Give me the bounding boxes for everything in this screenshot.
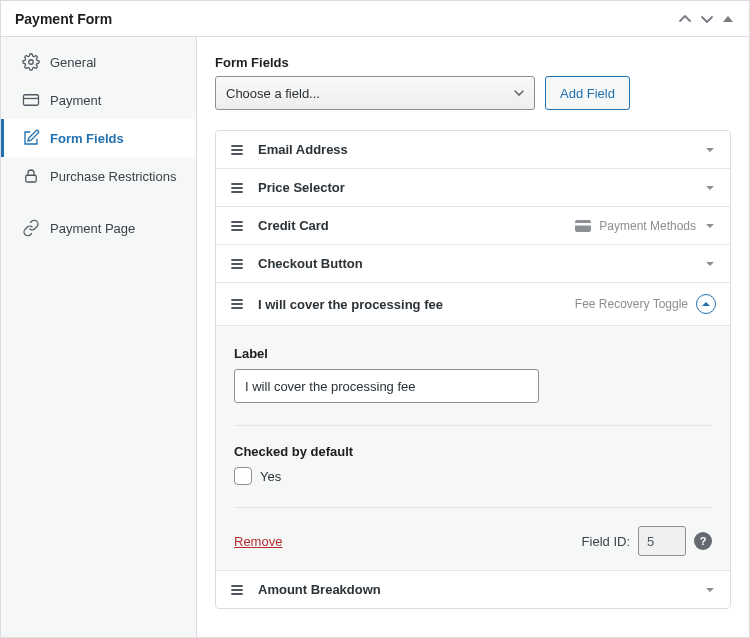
panel-body: General Payment Form Fields Purchase Res… <box>1 37 749 637</box>
field-settings: Label Checked by default Yes Remove Fiel… <box>216 325 730 570</box>
field-title: Credit Card <box>258 218 575 233</box>
checked-by-default-option[interactable]: Yes <box>234 467 712 485</box>
field-id-group: Field ID: ? <box>582 526 712 556</box>
panel-header: Payment Form <box>1 1 749 37</box>
field-row-credit-card[interactable]: Credit Card Payment Methods <box>216 206 730 244</box>
field-row-fee-recovery[interactable]: I will cover the processing fee Fee Reco… <box>216 282 730 325</box>
settings-footer: Remove Field ID: ? <box>234 526 712 556</box>
collapse-icon[interactable] <box>721 12 735 26</box>
field-select-wrap: Choose a field... <box>215 76 535 110</box>
sidebar-item-general[interactable]: General <box>1 43 196 81</box>
sidebar-item-label: Payment Page <box>50 221 135 236</box>
field-row-price-selector[interactable]: Price Selector <box>216 168 730 206</box>
label-heading: Label <box>234 346 712 361</box>
drag-icon[interactable] <box>230 297 248 311</box>
drag-icon[interactable] <box>230 181 248 195</box>
payment-form-panel: Payment Form General <box>0 0 750 638</box>
divider <box>234 507 712 508</box>
credit-card-icon <box>575 220 591 232</box>
sidebar: General Payment Form Fields Purchase Res… <box>1 37 197 637</box>
sidebar-item-purchase-restrictions[interactable]: Purchase Restrictions <box>1 157 196 195</box>
svg-rect-4 <box>575 220 591 232</box>
field-chooser-row: Choose a field... Add Field <box>215 76 731 110</box>
drag-icon[interactable] <box>230 583 248 597</box>
sidebar-item-payment[interactable]: Payment <box>1 81 196 119</box>
drag-icon[interactable] <box>230 219 248 233</box>
chevron-down-icon <box>704 258 716 270</box>
help-icon[interactable]: ? <box>694 532 712 550</box>
checked-option-label: Yes <box>260 469 281 484</box>
move-down-icon[interactable] <box>699 11 715 27</box>
drag-icon[interactable] <box>230 143 248 157</box>
sidebar-item-payment-page[interactable]: Payment Page <box>1 209 196 247</box>
panel-controls <box>677 11 735 27</box>
sidebar-item-label: Form Fields <box>50 131 124 146</box>
field-row-checkout-button[interactable]: Checkout Button <box>216 244 730 282</box>
field-select[interactable]: Choose a field... <box>215 76 535 110</box>
checked-heading: Checked by default <box>234 444 712 459</box>
svg-rect-1 <box>24 95 39 106</box>
chevron-down-icon <box>704 220 716 232</box>
divider <box>234 425 712 426</box>
field-meta: Payment Methods <box>575 219 696 233</box>
field-row-email[interactable]: Email Address <box>216 131 730 168</box>
field-id-input <box>638 526 686 556</box>
label-input[interactable] <box>234 369 539 403</box>
chevron-down-icon <box>704 584 716 596</box>
main-content: Form Fields Choose a field... Add Field <box>197 37 749 637</box>
add-field-button[interactable]: Add Field <box>545 76 630 110</box>
lock-icon <box>22 167 40 185</box>
field-title: Price Selector <box>258 180 696 195</box>
field-title: Amount Breakdown <box>258 582 696 597</box>
svg-rect-3 <box>26 175 37 182</box>
section-label: Form Fields <box>215 55 731 70</box>
field-meta: Fee Recovery Toggle <box>575 297 688 311</box>
sidebar-item-label: Payment <box>50 93 101 108</box>
field-title: I will cover the processing fee <box>258 297 575 312</box>
drag-icon[interactable] <box>230 257 248 271</box>
field-title: Checkout Button <box>258 256 696 271</box>
svg-point-0 <box>29 60 34 65</box>
field-title: Email Address <box>258 142 696 157</box>
sidebar-item-label: Purchase Restrictions <box>50 169 176 184</box>
sidebar-item-label: General <box>50 55 96 70</box>
field-row-amount-breakdown[interactable]: Amount Breakdown <box>216 570 730 608</box>
field-id-label: Field ID: <box>582 534 630 549</box>
field-meta-text: Payment Methods <box>599 219 696 233</box>
move-up-icon[interactable] <box>677 11 693 27</box>
svg-rect-5 <box>575 223 591 226</box>
panel-title: Payment Form <box>15 11 112 27</box>
link-icon <box>22 219 40 237</box>
credit-card-icon <box>22 91 40 109</box>
gear-icon <box>22 53 40 71</box>
checked-checkbox[interactable] <box>234 467 252 485</box>
field-list: Email Address Price Selector <box>215 130 731 609</box>
chevron-down-icon <box>704 182 716 194</box>
collapse-up-icon[interactable] <box>696 294 716 314</box>
remove-link[interactable]: Remove <box>234 534 282 549</box>
edit-icon <box>22 129 40 147</box>
field-meta-text: Fee Recovery Toggle <box>575 297 688 311</box>
chevron-down-icon <box>704 144 716 156</box>
sidebar-item-form-fields[interactable]: Form Fields <box>1 119 196 157</box>
